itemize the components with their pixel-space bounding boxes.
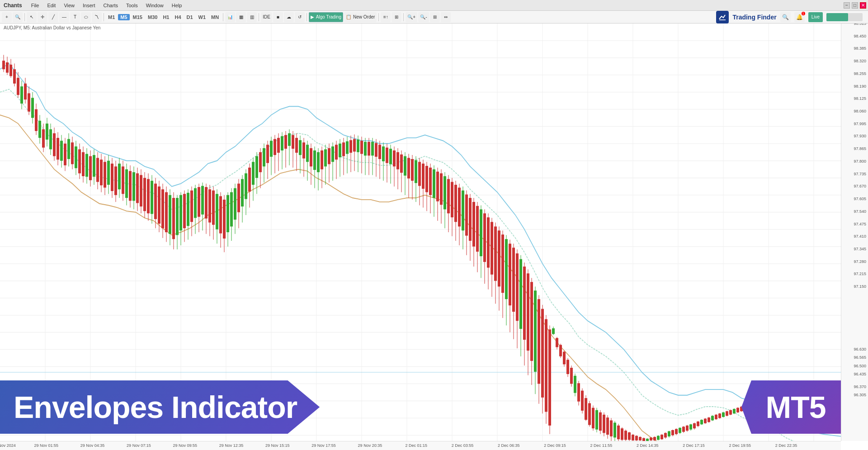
svg-rect-331	[519, 259, 522, 328]
svg-rect-381	[610, 420, 613, 436]
account-button[interactable]: Live	[808, 12, 823, 22]
symbol-info: AUDJPY, M5: Australian Dollar vs Japanes…	[4, 25, 100, 30]
svg-rect-415	[671, 430, 674, 435]
bar-button[interactable]: ▦	[236, 12, 246, 22]
svg-rect-335	[527, 273, 529, 351]
menu-view[interactable]: View	[60, 2, 78, 9]
minimize-button[interactable]: −	[844, 2, 850, 9]
new-chart-button[interactable]: +	[2, 12, 12, 22]
zoom-in-chart-button[interactable]: 🔍+	[406, 12, 417, 22]
svg-rect-471	[773, 396, 775, 400]
svg-rect-307	[476, 206, 479, 252]
svg-rect-199	[281, 136, 283, 150]
menu-file[interactable]: File	[28, 2, 43, 9]
svg-rect-197	[277, 138, 280, 153]
svg-rect-167	[223, 200, 226, 239]
zoom-in-button[interactable]: 🔍	[13, 12, 23, 22]
svg-rect-457	[747, 404, 750, 409]
crosshair-button[interactable]: ✛	[38, 12, 47, 22]
svg-rect-435	[708, 417, 710, 422]
svg-rect-263	[396, 152, 399, 169]
svg-rect-105	[111, 164, 113, 191]
app-title: Chants	[4, 2, 22, 9]
cursor-button[interactable]: ↖	[27, 12, 37, 22]
svg-rect-497	[820, 387, 822, 392]
price-label-1: 98.515	[854, 23, 866, 26]
svg-rect-69	[46, 124, 48, 140]
stop-button[interactable]: ■	[273, 12, 283, 22]
progress-bar	[826, 13, 863, 21]
svg-rect-147	[187, 193, 189, 226]
candle-button[interactable]: ▥	[247, 12, 257, 22]
svg-rect-45	[2, 61, 5, 69]
menu-help[interactable]: Help	[168, 2, 186, 9]
tf-h1[interactable]: H1	[160, 14, 171, 20]
chart-area[interactable]	[0, 23, 841, 441]
time-label-5: 29 Nov 09:55	[173, 443, 197, 448]
svg-rect-161	[212, 191, 215, 225]
scroll-button[interactable]: ⇔	[441, 12, 451, 22]
maximize-button[interactable]: □	[852, 2, 858, 9]
svg-rect-451	[736, 408, 739, 412]
tf-h4[interactable]: H4	[172, 14, 183, 20]
tf-m15[interactable]: M15	[131, 14, 145, 20]
price-label-11: 97.865	[854, 146, 866, 151]
menu-tools[interactable]: Tools	[123, 2, 142, 9]
svg-rect-251	[375, 143, 377, 157]
separator-7	[403, 13, 404, 21]
grid-button[interactable]: ⊞	[392, 12, 401, 22]
svg-rect-489	[805, 389, 808, 394]
svg-rect-297	[458, 188, 461, 226]
separator-3	[223, 13, 223, 21]
tf-mn[interactable]: MN	[209, 14, 221, 20]
period-sep-button[interactable]: ⊞	[430, 12, 440, 22]
svg-rect-193	[270, 141, 273, 156]
svg-rect-405	[653, 437, 656, 441]
svg-rect-125	[147, 179, 150, 213]
fibonacci-button[interactable]: 〽	[92, 12, 102, 22]
depth-button[interactable]: ≡↑	[381, 12, 391, 22]
time-label-18: 2 Dec 22:35	[775, 443, 797, 448]
menu-window[interactable]: Window	[142, 2, 167, 9]
svg-rect-437	[711, 416, 714, 420]
cloud-button[interactable]: ☁	[284, 12, 294, 22]
horizontal-line-button[interactable]: —	[59, 12, 69, 22]
menu-insert[interactable]: Insert	[79, 2, 99, 9]
svg-rect-487	[802, 389, 804, 394]
tf-w1[interactable]: W1	[196, 14, 208, 20]
refresh-button[interactable]: ↺	[295, 12, 305, 22]
zoom-out-chart-button[interactable]: 🔍-	[418, 12, 429, 22]
svg-rect-137	[169, 195, 171, 234]
svg-rect-135	[165, 192, 168, 232]
tf-m30[interactable]: M30	[146, 14, 160, 20]
tf-m5[interactable]: M5	[118, 14, 129, 20]
notification-button[interactable]: 🔔 1	[794, 12, 805, 22]
ide-button[interactable]: IDE	[261, 12, 272, 22]
candle-group-1	[2, 55, 840, 441]
tf-m1[interactable]: M1	[106, 14, 117, 20]
algo-trading-button[interactable]: ▶ Algo Trading	[309, 12, 343, 22]
svg-rect-59	[28, 93, 30, 112]
svg-rect-439	[715, 415, 717, 419]
ellipse-button[interactable]: ⬭	[81, 12, 91, 22]
line-button[interactable]: ╱	[48, 12, 58, 22]
svg-rect-57	[24, 84, 27, 99]
separator-5	[307, 13, 307, 21]
tf-d1[interactable]: D1	[184, 14, 195, 20]
search-button[interactable]: 🔍	[780, 12, 791, 22]
time-label-16: 2 Dec 17:15	[683, 443, 705, 448]
text-button[interactable]: T	[70, 12, 80, 22]
svg-rect-473	[776, 395, 779, 400]
close-button[interactable]: ✕	[860, 2, 866, 9]
svg-rect-277	[422, 164, 425, 189]
time-label-6: 29 Nov 12:35	[219, 443, 244, 448]
svg-rect-443	[722, 412, 725, 417]
svg-rect-403	[650, 437, 652, 440]
price-label-19: 97.345	[854, 247, 866, 251]
menu-edit[interactable]: Edit	[43, 2, 59, 9]
menu-charts[interactable]: Charts	[100, 2, 122, 9]
new-order-button[interactable]: 📋 New Order	[344, 12, 377, 22]
chart-type-button[interactable]: 📊	[225, 12, 235, 22]
svg-rect-165	[219, 196, 222, 233]
separator-6	[378, 13, 379, 21]
